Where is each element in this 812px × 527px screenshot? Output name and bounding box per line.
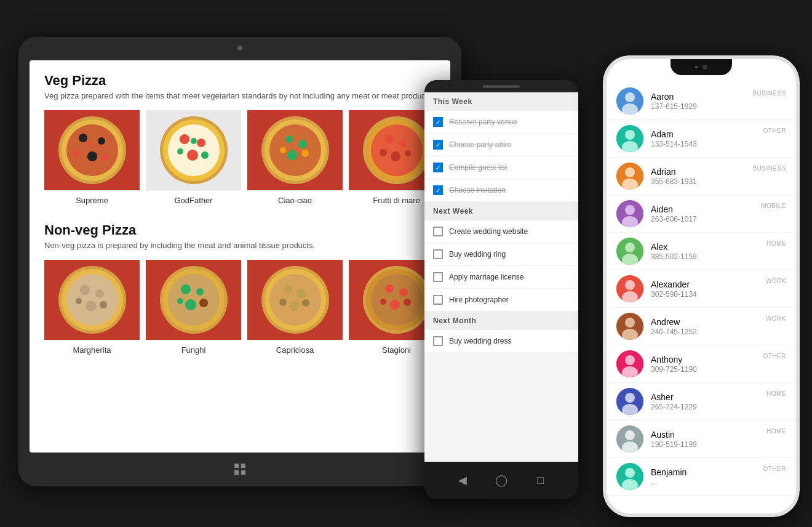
pizza-item-capriciosa[interactable]: Capriciosa bbox=[247, 260, 343, 360]
contact-item-aiden[interactable]: Aiden 263-606-1017 MOBILE bbox=[607, 195, 796, 233]
pizza-label-supreme: Supreme bbox=[44, 190, 140, 210]
veg-pizza-desc: Veg pizza prepared with the items that m… bbox=[44, 91, 436, 100]
svg-point-37 bbox=[80, 285, 90, 295]
contact-info-anthony: Anthony 309-725-1190 bbox=[651, 355, 756, 374]
contact-item-adam[interactable]: Adam 133-514-1543 OTHER bbox=[607, 120, 796, 158]
todo-item-5[interactable]: Buy wedding ring bbox=[424, 243, 578, 266]
pizza-label-godfather: GodFather bbox=[146, 190, 241, 210]
contact-item-aaron[interactable]: Aaron 137-615-1929 BUSINESS bbox=[607, 82, 796, 120]
contact-item-alex[interactable]: Alex 385-502-1159 HOME bbox=[607, 233, 796, 270]
svg-rect-66 bbox=[234, 464, 239, 468]
todo-text-0: Reserve party venue bbox=[449, 118, 517, 126]
contact-item-anthony[interactable]: Anthony 309-725-1190 OTHER bbox=[607, 345, 796, 383]
veg-pizza-title: Veg Pizza bbox=[44, 73, 436, 89]
svg-point-20 bbox=[269, 124, 321, 176]
svg-point-53 bbox=[284, 284, 292, 293]
contact-phone-adam: 133-514-1543 bbox=[651, 140, 756, 148]
todo-checkbox-1[interactable] bbox=[433, 140, 443, 150]
iphone-inner: Aaron 137-615-1929 BUSINESS Adam 133-514… bbox=[607, 59, 796, 513]
contact-type-asher: HOME bbox=[766, 390, 786, 397]
svg-point-29 bbox=[385, 135, 394, 143]
todo-checkbox-8[interactable] bbox=[433, 336, 443, 346]
pizza-image-supreme bbox=[44, 110, 140, 190]
svg-rect-67 bbox=[241, 464, 245, 468]
contact-info-alexander: Alexander 302-598-1134 bbox=[651, 280, 758, 299]
contact-avatar-alexander bbox=[616, 275, 643, 302]
svg-point-3 bbox=[79, 134, 87, 142]
contact-type-alexander: WORK bbox=[766, 278, 786, 284]
svg-point-38 bbox=[95, 289, 104, 298]
svg-point-31 bbox=[391, 151, 400, 161]
todo-checkbox-5[interactable] bbox=[433, 249, 443, 259]
android-home-button[interactable]: ◯ bbox=[495, 474, 507, 486]
svg-point-28 bbox=[371, 124, 423, 176]
pizza-item-ciao[interactable]: Ciao-ciao bbox=[247, 110, 343, 210]
iphone-front-camera bbox=[703, 65, 707, 70]
contact-item-asher[interactable]: Asher 265-724-1229 HOME bbox=[607, 383, 796, 420]
todo-text-3: Choose invitation bbox=[449, 186, 506, 195]
nonveg-pizza-grid: Margherita bbox=[44, 260, 436, 360]
todo-item-0[interactable]: Reserve party venue bbox=[424, 111, 578, 134]
todo-item-2[interactable]: Compile guest list bbox=[424, 156, 578, 179]
contact-info-austin: Austin 190-519-1199 bbox=[651, 430, 759, 449]
iphone-notch-bar bbox=[607, 59, 796, 82]
todo-checkbox-3[interactable] bbox=[433, 185, 443, 195]
pizza-item-margherita[interactable]: Margherita bbox=[44, 260, 140, 360]
svg-point-23 bbox=[287, 150, 297, 160]
contact-item-andrew[interactable]: Andrew 246-745-1252 WORK bbox=[607, 308, 796, 345]
svg-point-92 bbox=[625, 355, 635, 365]
contact-info-adam: Adam 133-514-1543 bbox=[651, 129, 756, 148]
todo-item-4[interactable]: Create wedding website bbox=[424, 220, 578, 243]
todo-item-6[interactable]: Apply marriage license bbox=[424, 266, 578, 289]
iphone-screen: Aaron 137-615-1929 BUSINESS Adam 133-514… bbox=[607, 82, 796, 513]
contact-phone-aaron: 137-615-1929 bbox=[651, 102, 745, 111]
android-back-button[interactable]: ◀ bbox=[456, 474, 469, 486]
svg-point-16 bbox=[201, 151, 209, 159]
veg-pizza-grid: Supreme bbox=[44, 110, 436, 210]
contact-avatar-aiden bbox=[616, 200, 643, 227]
contact-name-aaron: Aaron bbox=[651, 92, 745, 102]
contact-name-asher: Asher bbox=[651, 392, 759, 402]
android-navigation-bar: ◀ ◯ □ bbox=[424, 462, 578, 499]
todo-item-3[interactable]: Choose invitation bbox=[424, 179, 578, 202]
contact-avatar-anthony bbox=[616, 350, 643, 377]
svg-point-32 bbox=[380, 149, 387, 156]
todo-checkbox-0[interactable] bbox=[433, 117, 443, 127]
pizza-image-godfather bbox=[146, 110, 241, 190]
svg-point-36 bbox=[66, 274, 118, 326]
todo-section-next-week: Next Week bbox=[424, 202, 578, 220]
pizza-item-supreme[interactable]: Supreme bbox=[44, 110, 140, 210]
svg-point-2 bbox=[66, 124, 118, 176]
todo-checkbox-2[interactable] bbox=[433, 163, 443, 172]
svg-point-46 bbox=[196, 288, 204, 296]
svg-point-13 bbox=[197, 139, 205, 147]
todo-checkbox-4[interactable] bbox=[433, 227, 443, 236]
contact-item-austin[interactable]: Austin 190-519-1199 HOME bbox=[607, 420, 796, 458]
nonveg-pizza-desc: Non-veg pizza is prepared by including t… bbox=[44, 241, 436, 250]
contact-item-alexander[interactable]: Alexander 302-598-1134 WORK bbox=[607, 270, 796, 308]
todo-checkbox-6[interactable] bbox=[433, 272, 443, 282]
todo-item-1[interactable]: Choose party attire bbox=[424, 134, 578, 156]
todo-checkbox-7[interactable] bbox=[433, 295, 443, 305]
pizza-item-godfather[interactable]: GodFather bbox=[146, 110, 241, 210]
contact-info-benjamin: Benjamin ... bbox=[651, 467, 756, 486]
android-recents-button[interactable]: □ bbox=[534, 474, 546, 486]
contact-avatar-alex bbox=[616, 238, 643, 265]
contact-info-andrew: Andrew 246-745-1252 bbox=[651, 317, 758, 336]
pizza-label-margherita: Margherita bbox=[44, 340, 140, 360]
contact-avatar-benjamin bbox=[616, 463, 643, 490]
contact-type-andrew: WORK bbox=[766, 315, 786, 322]
contact-type-alex: HOME bbox=[766, 240, 786, 247]
todo-item-8[interactable]: Buy wedding dress bbox=[424, 330, 578, 353]
svg-rect-69 bbox=[241, 470, 245, 475]
todo-item-7[interactable]: Hire photographer bbox=[424, 289, 578, 312]
contact-item-benjamin[interactable]: Benjamin ... OTHER bbox=[607, 458, 796, 496]
todo-text-1: Choose party attire bbox=[449, 140, 511, 149]
tablet-home-button[interactable] bbox=[231, 461, 249, 478]
contact-avatar-adam bbox=[616, 125, 643, 152]
pizza-item-funghi[interactable]: Funghi bbox=[146, 260, 241, 360]
svg-point-5 bbox=[87, 151, 97, 161]
todo-text-6: Apply marriage license bbox=[449, 273, 523, 281]
contact-item-adrian[interactable]: Adrian 355-683-1931 BUSINESS bbox=[607, 158, 796, 195]
svg-point-52 bbox=[269, 274, 321, 326]
